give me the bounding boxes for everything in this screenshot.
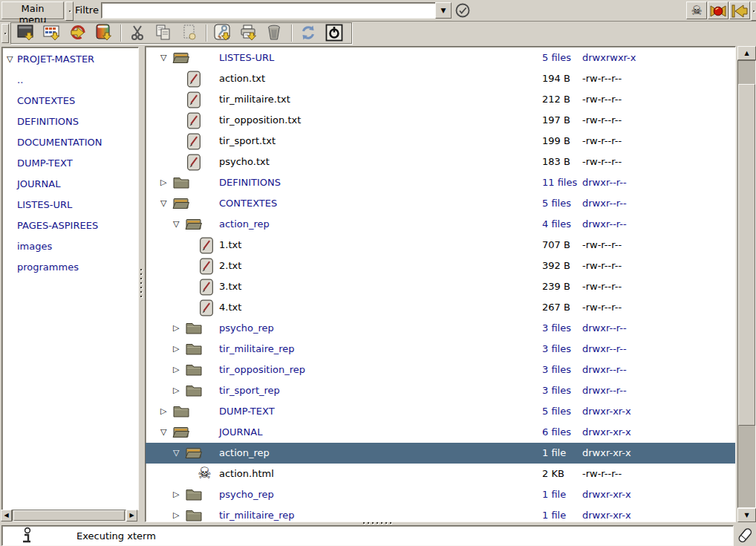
tree-row[interactable]: 2.txt392 B-rw-r--r-- [146,256,735,276]
sidebar-item-images[interactable]: images [2,236,138,257]
check-circle-icon[interactable] [454,2,471,19]
tree-row[interactable]: 1.txt707 B-rw-r--r-- [146,235,735,256]
pane-splitter-handle[interactable] [140,269,144,302]
text-file-icon [198,237,215,254]
expander-open-icon[interactable]: ▽ [173,219,179,230]
sidebar-item-programmes[interactable]: programmes [2,257,138,278]
sidebar-item-dump-text[interactable]: DUMP-TEXT [2,153,138,174]
tree-row[interactable]: psycho.txt183 B-rw-r--r-- [146,152,735,172]
sidebar-item-[interactable]: .. [2,70,138,91]
scroll-down-button[interactable]: ▼ [737,508,756,522]
tree-vertical-scrollbar[interactable]: ▲ ▼ [737,46,756,522]
arrow-left-icon: ◀ [4,512,8,519]
tree-row[interactable]: tir_opposition.txt197 B-rw-r--r-- [146,110,735,131]
tree-row[interactable]: ▷DEFINITIONS11 filesdrwxr--r-- [146,172,735,193]
file-size: 199 B [542,131,570,152]
scrollbar-thumb[interactable] [13,510,125,521]
main-menu-button[interactable]: Main menu [1,1,64,19]
sidebar-item-journal[interactable]: JOURNAL [2,174,138,195]
expander-open-icon[interactable]: ▽ [160,53,166,63]
tree-row[interactable]: ▽action_rep1 filedrwxr-xr-x [146,443,735,464]
expander-closed-icon[interactable]: ▷ [173,490,179,500]
expander-closed-icon[interactable]: ▷ [160,178,166,188]
new-window-icon [16,33,36,45]
expander-open-icon[interactable]: ▽ [160,198,166,209]
sidebar-item-definitions[interactable]: DEFINITIONS [2,111,138,132]
tree-row[interactable]: 3.txt239 B-rw-r--r-- [146,276,735,297]
file-permissions: drwxr--r-- [582,360,627,380]
tree-row[interactable]: ▽LISTES-URL5 filesdrwxrwxr-x [146,48,735,68]
expander-open-icon[interactable]: ▽ [173,448,179,458]
copy-button[interactable] [152,23,175,43]
scrollbar-thumb[interactable] [738,84,755,426]
print-icon [239,33,258,45]
scroll-up-button[interactable]: ▲ [737,46,756,60]
tree-row[interactable]: ▷DUMP-TEXT5 filesdrwxr-xr-x [146,401,735,422]
tree-row[interactable]: ▽JOURNAL6 filesdrwxr-xr-x [146,422,735,443]
symlink-button[interactable] [178,23,201,43]
expander-closed-icon[interactable]: ▷ [173,365,179,375]
scroll-right-button[interactable]: ▶ [126,510,137,521]
color-window-button[interactable] [93,23,115,43]
tree-row[interactable]: tir_militaire.txt212 B-rw-r--r-- [146,89,735,110]
file-permissions: drwxr-xr-x [582,422,631,443]
text-file-icon [198,279,215,296]
candy-button[interactable] [708,1,729,19]
text-file-icon [185,112,203,129]
sidebar-item-contextes[interactable]: CONTEXTES [2,91,138,111]
scroll-left-button[interactable]: ◀ [1,510,12,521]
tree-row[interactable]: tir_sport.txt199 B-rw-r--r-- [146,131,735,152]
file-permissions: drwxrwxr-x [582,48,636,68]
sidebar-horizontal-scrollbar[interactable]: ◀ ▶ [1,510,137,521]
tools-button[interactable] [212,23,234,43]
expander-closed-icon[interactable]: ▷ [173,386,179,396]
tree-row[interactable]: ☠action.html2 KB-rw-r--r-- [146,464,735,484]
tree-row[interactable]: ▷tir_militaire_rep1 filedrwxr-xr-x [146,505,735,522]
table-view-button[interactable] [41,23,63,43]
sidebar-item-pages-aspirees[interactable]: PAGES-ASPIREES [2,215,138,236]
sidebar-item-projet-master[interactable]: ▽PROJET-MASTER [2,49,138,70]
tree-row[interactable]: 4.txt267 B-rw-r--r-- [146,297,735,318]
tree-row[interactable]: ▷tir_opposition_rep3 filesdrwxr--r-- [146,360,735,380]
power-button[interactable] [323,23,345,43]
trash-button[interactable] [264,23,286,43]
refresh-icon [299,33,318,45]
expander-open-icon[interactable]: ▽ [160,427,166,438]
tree-row[interactable]: ▷psycho_rep1 filedrwxr-xr-x [146,484,735,505]
tree-row[interactable]: ▷psycho_rep3 filesdrwxr--r-- [146,318,735,339]
skull-button[interactable]: ☠ [686,1,707,19]
expander-open-icon[interactable]: ▽ [7,49,13,70]
cut-icon [128,33,147,45]
tree-row[interactable]: action.txt194 B-rw-r--r-- [146,68,735,89]
expander-closed-icon[interactable]: ▷ [173,344,179,354]
scrollbar-trough[interactable] [737,60,756,508]
menu-grip-handle[interactable] [65,1,74,21]
expander-closed-icon[interactable]: ▷ [160,406,166,417]
jump-button[interactable] [67,23,89,43]
sidebar-item-label: PROJET-MASTER [17,49,94,70]
print-button[interactable] [238,23,260,43]
rewind-button[interactable] [729,1,750,19]
filter-dropdown-button[interactable]: ▼ [435,2,452,19]
expander-closed-icon[interactable]: ▷ [173,510,179,521]
tree-row[interactable]: ▷tir_militaire_rep3 filesdrwxr--r-- [146,339,735,360]
sidebar-item-listes-url[interactable]: LISTES-URL [2,195,138,215]
file-permissions: drwxr--r-- [582,172,627,193]
grip-dot-icon [753,10,755,12]
sidebar-item-documentation[interactable]: DOCUMENTATION [2,132,138,153]
tree-row[interactable]: ▽CONTEXTES5 filesdrwxr--r-- [146,193,735,214]
refresh-button[interactable] [297,23,319,43]
skull-icon: ☠ [691,3,702,18]
toolbar-grip-handle[interactable] [1,24,9,43]
cut-button[interactable] [126,23,149,43]
eraser-icon[interactable] [735,526,755,545]
tree-row[interactable]: ▽action_rep4 filesdrwxr--r-- [146,214,735,235]
expander-closed-icon[interactable]: ▷ [173,323,179,334]
file-permissions: -rw-r--r-- [582,110,622,131]
sidebar-item-label: JOURNAL [17,174,60,195]
new-window-button[interactable] [15,23,37,43]
scrollbar-trough[interactable] [12,510,126,521]
topbar-right-grip-handle[interactable] [751,1,756,21]
tree-row[interactable]: ▷tir_sport_rep3 filesdrwxr--r-- [146,380,735,401]
filter-input[interactable] [101,2,438,19]
